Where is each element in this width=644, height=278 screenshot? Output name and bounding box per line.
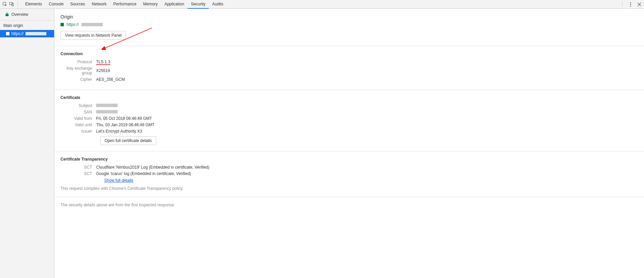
ct-heading: Certificate Transparency: [61, 157, 638, 162]
valid-from-value: Fri, 05 Oct 2018 06:46:49 GMT: [96, 116, 152, 121]
san-label: SAN: [61, 110, 96, 114]
ct-compliance-note: This request complies with Chrome's Cert…: [61, 186, 638, 191]
connection-heading: Connection: [61, 51, 638, 56]
show-full-details-link[interactable]: Show full details: [104, 178, 133, 183]
tab-memory[interactable]: Memory: [140, 0, 161, 9]
certificate-section: Certificate Subject SAN Valid from Fri, …: [54, 90, 644, 151]
origin-heading: Origin: [61, 14, 638, 20]
toolbar-separator-right: [622, 2, 622, 7]
sidebar-origin-item[interactable]: https://: [0, 30, 54, 37]
valid-until-value: Thu, 03 Jan 2019 06:46:49 GMT: [96, 123, 154, 127]
origin-url: https://: [67, 22, 79, 27]
cipher-value: AES_256_GCM: [96, 77, 125, 82]
devtools-tabs: Elements Console Sources Network Perform…: [22, 0, 227, 9]
valid-from-label: Valid from: [61, 116, 96, 121]
secure-indicator-icon: [61, 23, 64, 26]
redacted-origin: [26, 32, 46, 35]
tab-console[interactable]: Console: [45, 0, 67, 9]
cipher-label: Cipher: [61, 77, 96, 82]
redacted-subject: [96, 104, 118, 107]
origin-url-prefix: https://: [11, 31, 24, 36]
sidebar-overview[interactable]: Overview: [0, 9, 54, 21]
devtools-toolbar: Elements Console Sources Network Perform…: [0, 0, 644, 9]
protocol-value: TLS 1.3: [96, 60, 110, 65]
toolbar-separator: [17, 2, 18, 7]
redacted-san: [96, 110, 118, 113]
issuer-value: Let's Encrypt Authority X3: [96, 129, 142, 134]
svg-point-3: [630, 2, 631, 3]
kex-label: Key exchange group: [61, 66, 96, 75]
tab-audits[interactable]: Audits: [209, 0, 227, 9]
security-sidebar: Overview Main origin https://: [0, 9, 54, 278]
more-icon[interactable]: [628, 2, 633, 7]
open-certificate-button[interactable]: Open full certificate details: [100, 136, 156, 145]
svg-point-4: [630, 4, 631, 5]
certificate-heading: Certificate: [61, 95, 638, 100]
connection-section: Connection Protocol TLS 1.3 Key exchange…: [54, 46, 644, 90]
subject-label: Subject: [61, 103, 96, 108]
tab-application[interactable]: Application: [161, 0, 188, 9]
kex-value: X25519: [96, 68, 110, 73]
sct-value-1: Cloudflare 'Nimbus2019' Log (Embedded in…: [96, 165, 209, 170]
ct-section: Certificate Transparency SCT Cloudflare …: [54, 151, 644, 197]
lock-icon: [5, 12, 9, 17]
origin-section: Origin https:// View requests in Network…: [54, 9, 644, 46]
protocol-label: Protocol: [61, 60, 96, 64]
sidebar-heading-main-origin: Main origin: [0, 21, 54, 30]
close-icon[interactable]: [637, 2, 642, 7]
tab-elements[interactable]: Elements: [22, 0, 45, 9]
tab-network[interactable]: Network: [88, 0, 110, 9]
overview-label: Overview: [11, 12, 28, 17]
secure-indicator-icon: [6, 32, 9, 35]
redacted-origin: [81, 23, 103, 26]
sct-value-2: Google 'Icarus' log (Embedded in certifi…: [96, 171, 191, 176]
footer-note: The security details above are from the …: [54, 197, 644, 213]
device-toggle-icon[interactable]: [9, 2, 14, 7]
valid-until-label: Valid until: [61, 123, 96, 127]
tab-security[interactable]: Security: [188, 0, 209, 9]
issuer-label: Issuer: [61, 129, 96, 134]
sct-label: SCT: [61, 171, 96, 176]
svg-point-5: [630, 5, 631, 6]
tab-sources[interactable]: Sources: [67, 0, 88, 9]
security-content: Origin https:// View requests in Network…: [54, 9, 644, 278]
sct-label: SCT: [61, 165, 96, 170]
tab-performance[interactable]: Performance: [110, 0, 140, 9]
inspect-icon[interactable]: [2, 2, 7, 7]
view-requests-button[interactable]: View requests in Network Panel: [61, 31, 126, 40]
